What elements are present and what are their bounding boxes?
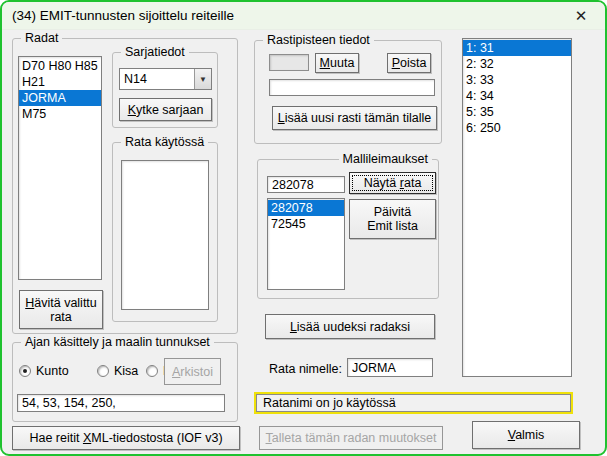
button-label: Näytä rata bbox=[364, 176, 422, 190]
button-label: PäivitäEmit lista bbox=[367, 205, 418, 233]
radio-kunto[interactable]: Kunto bbox=[19, 364, 69, 378]
list-item[interactable]: D70 H80 H85 bbox=[19, 58, 101, 74]
course-points-listbox[interactable]: 1: 31 2: 32 3: 33 4: 34 5: 35 6: 250 bbox=[462, 38, 572, 377]
insert-control-button[interactable]: Lisää uusi rasti tämän tilalle bbox=[272, 106, 437, 130]
label-part: K bbox=[128, 103, 136, 117]
button-label: Muuta bbox=[320, 56, 355, 70]
button-label: Valmis bbox=[508, 428, 545, 442]
window-title: (34) EMIT-tunnusten sijoittelu reiteille bbox=[12, 8, 567, 23]
show-course-button[interactable]: Näytä rata bbox=[349, 172, 436, 194]
button-label: Hävitä valittu rata bbox=[22, 296, 100, 324]
label-part: P bbox=[392, 56, 400, 70]
list-item[interactable]: 72545 bbox=[268, 216, 344, 232]
label-part: L bbox=[278, 111, 285, 125]
radio-icon bbox=[146, 365, 158, 377]
button-label: Kytke sarjaan bbox=[128, 103, 204, 117]
label-part: V bbox=[508, 428, 515, 442]
label-part: alleta tämän radan muutokset bbox=[272, 431, 437, 445]
group-label: Radat bbox=[21, 31, 62, 45]
label-part: oista bbox=[400, 56, 426, 70]
group-label: Rata käytössä bbox=[121, 135, 208, 149]
label-part: rkistoi bbox=[180, 365, 213, 379]
radio-icon bbox=[19, 365, 31, 377]
label-part: Emit lista bbox=[367, 219, 418, 233]
label-part: Päivitä bbox=[374, 205, 412, 219]
label-part: Näytä bbox=[364, 176, 400, 190]
button-label: Hae reitit XML-tiedostosta (IOF v3) bbox=[29, 431, 222, 445]
title-bar: (34) EMIT-tunnusten sijoittelu reiteille… bbox=[2, 2, 605, 30]
list-item[interactable]: 4: 34 bbox=[463, 88, 571, 104]
button-label: Poista bbox=[392, 56, 427, 70]
done-button[interactable]: Valmis bbox=[472, 421, 580, 449]
list-item[interactable]: M75 bbox=[19, 106, 101, 122]
list-item[interactable]: H21 bbox=[19, 74, 101, 90]
chevron-down-icon: ▼ bbox=[199, 75, 207, 84]
label-part: ata bbox=[404, 176, 421, 190]
add-as-new-course-button[interactable]: Lisää uudeksi radaksi bbox=[265, 314, 435, 339]
finish-codes-input[interactable] bbox=[17, 394, 225, 412]
course-in-use-listbox[interactable] bbox=[121, 160, 209, 310]
radio-label: Kisa bbox=[114, 364, 138, 378]
control-point-input[interactable] bbox=[269, 79, 435, 96]
button-label: Arkistoi bbox=[172, 365, 213, 379]
label-part: ävitä valittu rata bbox=[34, 296, 97, 324]
group-label: Rastipisteen tiedot bbox=[263, 33, 374, 47]
group-label: Mallileimaukset bbox=[339, 152, 432, 166]
close-icon: ✕ bbox=[575, 7, 588, 25]
label-part: isää uusi rasti tämän tilalle bbox=[285, 111, 432, 125]
emit-number-input[interactable] bbox=[267, 176, 345, 193]
label-part: X bbox=[83, 431, 91, 445]
attach-series-button[interactable]: Kytke sarjaan bbox=[119, 98, 212, 121]
dropdown-button[interactable]: ▼ bbox=[194, 69, 211, 89]
label-part: H bbox=[25, 296, 34, 310]
status-text: Ratanimi on jo käytössä bbox=[263, 396, 396, 410]
list-item[interactable]: 3: 33 bbox=[463, 72, 571, 88]
label-part: almis bbox=[515, 428, 544, 442]
combobox-value: N14 bbox=[120, 69, 194, 89]
status-message-box: Ratanimi on jo käytössä bbox=[254, 392, 573, 414]
courses-listbox[interactable]: D70 H80 H85 H21 JORMA M75 bbox=[18, 56, 102, 280]
button-label: Lisää uudeksi radaksi bbox=[290, 320, 410, 334]
group-label: Ajan käsittely ja maalin tunnukset bbox=[21, 335, 214, 349]
series-combobox[interactable]: N14 ▼ bbox=[119, 68, 212, 90]
label-part: L bbox=[290, 320, 297, 334]
update-emit-list-button[interactable]: PäivitäEmit lista bbox=[349, 199, 436, 239]
import-xml-button[interactable]: Hae reitit XML-tiedostosta (IOF v3) bbox=[12, 426, 240, 450]
list-item[interactable]: 2: 32 bbox=[463, 56, 571, 72]
label-part: ML-tiedostosta (IOF v3) bbox=[91, 431, 222, 445]
close-button[interactable]: ✕ bbox=[567, 4, 595, 28]
label-part: ytke sarjaan bbox=[136, 103, 203, 117]
label-part: isää uudeksi radaksi bbox=[297, 320, 410, 334]
button-label: Talleta tämän radan muutokset bbox=[266, 431, 437, 445]
delete-course-button[interactable]: Hävitä valittu rata bbox=[19, 290, 103, 329]
list-item-selected[interactable]: 282078 bbox=[268, 200, 344, 216]
radio-icon bbox=[97, 365, 109, 377]
radio-kisa[interactable]: Kisa bbox=[97, 364, 138, 378]
course-name-label: Rata nimelle: bbox=[269, 362, 342, 376]
dialog-window: (34) EMIT-tunnusten sijoittelu reiteille… bbox=[0, 0, 607, 456]
course-name-input[interactable] bbox=[347, 358, 433, 377]
list-item-selected[interactable]: 1: 31 bbox=[463, 40, 571, 56]
archive-button: Arkistoi bbox=[164, 358, 221, 385]
save-changes-button: Talleta tämän radan muutokset bbox=[259, 426, 443, 450]
list-item[interactable]: 6: 250 bbox=[463, 120, 571, 136]
control-code-box bbox=[269, 54, 309, 71]
list-item-selected[interactable]: JORMA bbox=[19, 90, 101, 106]
change-button[interactable]: Muuta bbox=[315, 53, 359, 73]
group-label: Sarjatiedot bbox=[121, 45, 189, 59]
radio-label: Kunto bbox=[36, 364, 69, 378]
label-part: M bbox=[320, 56, 330, 70]
button-label: Lisää uusi rasti tämän tilalle bbox=[278, 111, 432, 125]
label-part: Hae reitit bbox=[29, 431, 83, 445]
remove-button[interactable]: Poista bbox=[387, 53, 431, 73]
emit-listbox[interactable]: 282078 72545 bbox=[267, 198, 345, 290]
label-part: uuta bbox=[330, 56, 354, 70]
list-item[interactable]: 5: 35 bbox=[463, 104, 571, 120]
